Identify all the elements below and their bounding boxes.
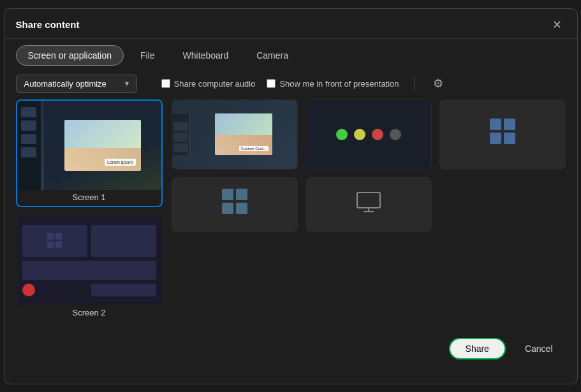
apps-grid-row2: C Calculator 🖥 Other applications bbox=[172, 177, 566, 232]
svg-rect-13 bbox=[236, 203, 247, 214]
other-apps-item[interactable]: 🖥 Other applications bbox=[305, 177, 432, 232]
calculator-app-item[interactable]: C Calculator bbox=[172, 177, 298, 232]
show-me-label: Show me in front of presentation bbox=[279, 79, 399, 89]
svg-rect-16 bbox=[357, 192, 380, 208]
toolbar: Automatically optimize ▾ Share computer … bbox=[4, 66, 577, 99]
settings-icon-button[interactable]: ⚙ bbox=[430, 75, 446, 92]
powerpoint-thumbnail: Custom Cust... bbox=[172, 100, 297, 169]
screen-2-label: Screen 2 bbox=[17, 308, 161, 317]
svg-rect-11 bbox=[236, 189, 247, 200]
settings-label: ⚙ Settings bbox=[440, 169, 565, 170]
screen-1-preview: Lorem ipsum bbox=[17, 101, 161, 190]
close-button[interactable]: ✕ bbox=[548, 18, 566, 32]
other-thumbnail bbox=[306, 178, 431, 231]
show-me-checkbox-label[interactable]: Show me in front of presentation bbox=[267, 79, 399, 89]
show-me-checkbox[interactable] bbox=[267, 79, 276, 88]
apps-grid-row1: Custom Cust... P Microsoft PowerPoint bbox=[172, 99, 566, 170]
webex-circle-gray bbox=[390, 129, 401, 140]
empty-cell bbox=[439, 177, 566, 232]
svg-rect-12 bbox=[222, 203, 233, 214]
screens-panel: Lorem ipsum Screen 1 bbox=[16, 99, 163, 323]
share-button[interactable]: Share bbox=[449, 338, 506, 359]
chevron-down-icon: ▾ bbox=[125, 79, 129, 88]
presentation-slide: Lorem ipsum bbox=[64, 120, 141, 171]
webex-circle-yellow bbox=[354, 129, 365, 140]
calculator-thumbnail bbox=[172, 178, 297, 231]
dialog-title: Share content bbox=[16, 19, 80, 30]
tab-camera[interactable]: Camera bbox=[245, 46, 300, 65]
svg-rect-10 bbox=[222, 189, 233, 200]
tab-whiteboard[interactable]: Whiteboard bbox=[172, 46, 240, 65]
ppt-main: Custom Cust... bbox=[190, 110, 297, 159]
dialog-footer: Share Cancel bbox=[4, 331, 577, 370]
tab-screen[interactable]: Screen or application bbox=[16, 45, 124, 66]
ppt-slide: Custom Cust... bbox=[215, 113, 272, 155]
settings-large-icon bbox=[489, 117, 517, 151]
share-audio-checkbox[interactable] bbox=[161, 79, 170, 88]
webex-label: W Webex bbox=[306, 169, 431, 170]
webex-circle-red bbox=[372, 129, 383, 140]
ppt-sidebar bbox=[172, 114, 190, 155]
share-audio-label: Share computer audio bbox=[174, 79, 256, 89]
tab-file[interactable]: File bbox=[129, 46, 166, 65]
svg-rect-6 bbox=[490, 133, 501, 144]
screen-2-thumbnail bbox=[17, 216, 161, 305]
slide-text: Lorem ipsum bbox=[105, 159, 135, 166]
webex-app-item[interactable]: W Webex bbox=[305, 99, 432, 170]
screen-1-main: Lorem ipsum bbox=[44, 101, 161, 190]
other-icon-large bbox=[355, 187, 383, 221]
other-label: 🖥 Other applications bbox=[306, 231, 431, 232]
webex-thumbnail bbox=[306, 100, 431, 169]
svg-rect-7 bbox=[504, 133, 515, 144]
powerpoint-label: P Microsoft PowerPoint bbox=[172, 169, 297, 170]
screen-1-item[interactable]: Lorem ipsum Screen 1 bbox=[16, 99, 163, 207]
checkboxes: Share computer audio Show me in front of… bbox=[161, 79, 399, 89]
divider bbox=[415, 76, 415, 91]
webex-circle-green bbox=[336, 129, 348, 140]
svg-rect-4 bbox=[490, 119, 501, 130]
screen-2-preview bbox=[17, 216, 161, 305]
screen-2-item[interactable]: Screen 2 bbox=[16, 215, 163, 323]
powerpoint-app-item[interactable]: Custom Cust... P Microsoft PowerPoint bbox=[172, 99, 298, 170]
screen-1-thumbnail: Lorem ipsum bbox=[17, 101, 161, 190]
calculator-label: C Calculator bbox=[172, 231, 297, 232]
calculator-icon-large bbox=[221, 187, 249, 221]
webex-circles bbox=[336, 129, 401, 140]
tab-bar: Screen or application File Whiteboard Ca… bbox=[4, 39, 577, 66]
settings-thumbnail bbox=[440, 100, 565, 169]
cancel-button[interactable]: Cancel bbox=[512, 339, 566, 358]
share-content-dialog: Share content ✕ Screen or application Fi… bbox=[4, 8, 578, 384]
optimize-dropdown-label: Automatically optimize bbox=[24, 79, 107, 89]
apps-panel: Custom Cust... P Microsoft PowerPoint bbox=[172, 99, 566, 323]
content-area: Lorem ipsum Screen 1 bbox=[4, 99, 577, 331]
ppt-slide-text: Custom Cust... bbox=[239, 146, 268, 151]
optimize-dropdown[interactable]: Automatically optimize ▾ bbox=[16, 75, 137, 93]
share-audio-checkbox-label[interactable]: Share computer audio bbox=[161, 79, 256, 89]
screen-1-label: Screen 1 bbox=[17, 192, 161, 202]
settings-app-item[interactable]: ⚙ Settings bbox=[439, 99, 566, 170]
dialog-header: Share content ✕ bbox=[4, 9, 577, 39]
svg-rect-5 bbox=[504, 119, 515, 130]
